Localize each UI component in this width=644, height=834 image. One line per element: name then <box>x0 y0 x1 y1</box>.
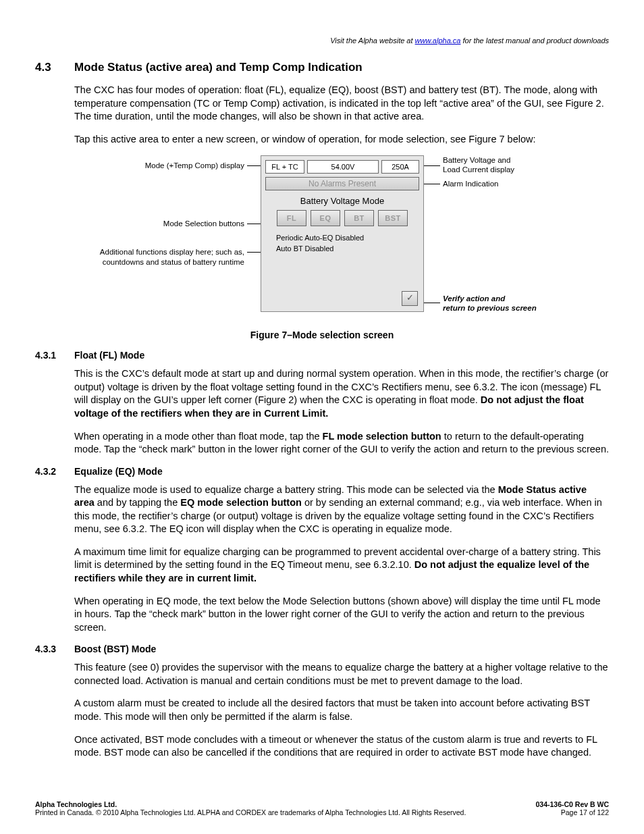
mode-button-row: FL EQ BT BST <box>265 210 419 226</box>
page-footer: Alpha Technologies Ltd. Printed in Canad… <box>35 800 609 816</box>
sub-number: 4.3.3 <box>35 644 74 654</box>
sub-number: 4.3.1 <box>35 350 74 361</box>
p431a: This is the CXC’s default mode at start … <box>74 367 609 420</box>
panel-title: Battery Voltage Mode <box>261 196 423 206</box>
footer-doc: 034-136-C0 Rev B WC <box>535 800 609 808</box>
callout-batt-2: Load Current display <box>443 165 514 174</box>
sub-title: Float (FL) Mode <box>74 350 144 361</box>
p433b: A custom alarm must be created to includ… <box>74 697 609 723</box>
leader-line <box>247 252 261 253</box>
section-number: 4.3 <box>35 61 74 74</box>
status-line-2: Auto BT Disabled <box>276 244 423 254</box>
bst-button[interactable]: BST <box>378 210 408 226</box>
sub-number: 4.3.2 <box>35 466 74 477</box>
footer-company: Alpha Technologies Ltd. <box>35 800 117 808</box>
intro-p1: The CXC has four modes of operation: flo… <box>74 84 609 124</box>
leader-line <box>424 165 440 166</box>
leader-line <box>424 303 440 303</box>
subsection-433: 4.3.3 Boost (BST) Mode <box>35 644 609 654</box>
callout-mode-selection: Mode Selection buttons <box>123 219 244 228</box>
footer-page: Page 17 of 122 <box>561 808 609 816</box>
mode-cell[interactable]: FL + TC <box>265 160 304 174</box>
subsection-431: 4.3.1 Float (FL) Mode <box>35 350 609 361</box>
callout-verify-1: Verify action and <box>443 294 505 303</box>
callout-batt-1: Battery Voltage and <box>443 155 510 165</box>
leader-line <box>247 165 261 166</box>
figure-caption: Figure 7–Mode selection screen <box>35 330 609 340</box>
figure-7: Mode (+Temp Comp) display Mode Selection… <box>35 155 609 327</box>
p432c: When operating in EQ mode, the text belo… <box>74 595 609 635</box>
p431b: When operating in a mode other than floa… <box>74 430 609 457</box>
section-heading: 4.3Mode Status (active area) and Temp Co… <box>35 61 609 74</box>
callout-alarm: Alarm Indication <box>443 179 498 188</box>
callout-additional-2: countdowns and status of battery runtime <box>76 257 244 267</box>
subsection-432: 4.3.2 Equalize (EQ) Mode <box>35 466 609 477</box>
alarm-row: No Alarms Present <box>265 177 419 190</box>
leader-line <box>424 184 440 184</box>
callout-verify-2: return to previous screen <box>443 303 537 313</box>
intro-p2: Tap this active area to enter a new scre… <box>74 133 609 147</box>
p432b: A maximum time limit for equalize chargi… <box>74 546 609 585</box>
checkmark-button[interactable]: ✓ <box>402 291 418 306</box>
fl-button[interactable]: FL <box>277 210 306 226</box>
p433a: This feature (see 0) provides the superv… <box>74 661 609 687</box>
p433c: Once activated, BST mode concludes with … <box>74 733 609 760</box>
header-note: Visit the Alpha website at www.alpha.ca … <box>35 36 609 45</box>
p432a: The equalize mode is used to equalize ch… <box>74 484 609 536</box>
eq-button[interactable]: EQ <box>311 210 340 226</box>
header-suffix: for the latest manual and product downlo… <box>460 36 609 45</box>
bt-button[interactable]: BT <box>344 210 374 226</box>
top-row: FL + TC 54.00V 250A <box>265 160 419 174</box>
alarm-bar: No Alarms Present <box>265 177 419 190</box>
callout-additional-1: Additional functions display here; such … <box>76 247 244 257</box>
status-line-1: Periodic Auto-EQ Disabled <box>276 233 423 243</box>
sub-title: Boost (BST) Mode <box>74 644 156 654</box>
footer-legal: Printed in Canada. © 2010 Alpha Technolo… <box>35 808 466 816</box>
leader-line <box>247 224 261 224</box>
current-cell: 250A <box>381 160 419 174</box>
sub-title: Equalize (EQ) Mode <box>74 466 163 477</box>
voltage-cell: 54.00V <box>307 160 379 174</box>
header-link[interactable]: www.alpha.ca <box>415 36 461 45</box>
section-title: Mode Status (active area) and Temp Comp … <box>74 61 363 74</box>
callout-mode-display: Mode (+Temp Comp) display <box>123 161 244 170</box>
status-text: Periodic Auto-EQ Disabled Auto BT Disabl… <box>276 233 423 254</box>
gui-panel: FL + TC 54.00V 250A No Alarms Present Ba… <box>261 155 424 312</box>
header-prefix: Visit the Alpha website at <box>330 36 414 45</box>
